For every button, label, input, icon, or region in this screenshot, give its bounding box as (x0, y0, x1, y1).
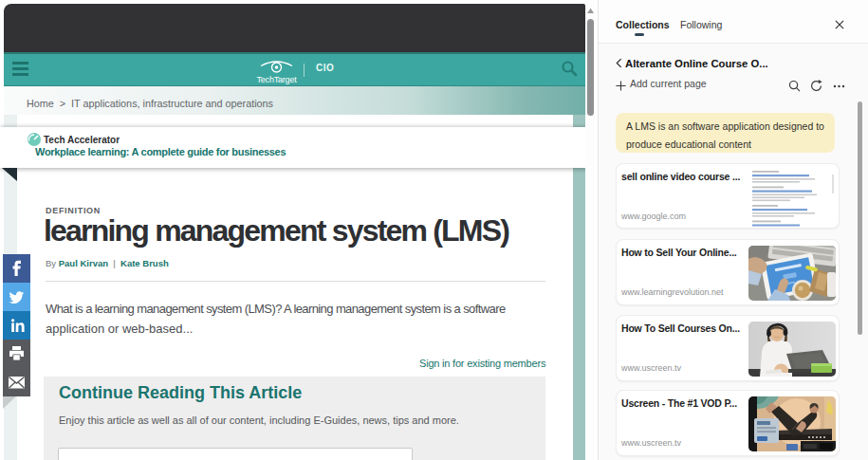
svg-text:TechTarget: TechTarget (256, 75, 297, 84)
